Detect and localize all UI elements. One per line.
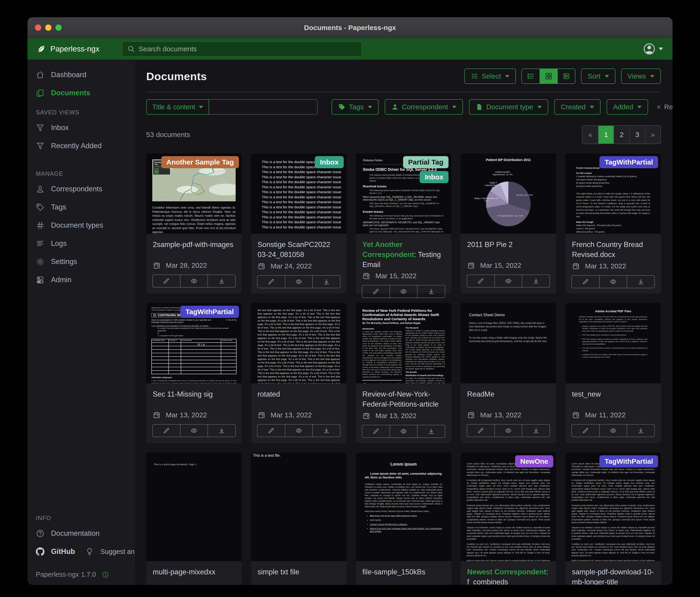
edit-document-button[interactable] bbox=[467, 424, 495, 437]
sidebar-item-tags[interactable]: Tags bbox=[27, 198, 134, 216]
document-title[interactable]: file-sample_150kBs bbox=[356, 561, 451, 579]
view-document-button[interactable] bbox=[600, 275, 627, 288]
document-title[interactable]: 2sample-pdf-with-images bbox=[146, 234, 242, 252]
sidebar-item-documentation[interactable]: Documentation bbox=[27, 524, 134, 543]
pagination-page-2[interactable]: 2 bbox=[614, 126, 629, 144]
download-document-button[interactable] bbox=[522, 274, 550, 288]
edit-document-button[interactable] bbox=[572, 275, 600, 288]
filter-added-dropdown[interactable]: Added bbox=[607, 99, 648, 115]
tag-badge[interactable]: Inbox bbox=[315, 156, 344, 168]
document-title[interactable]: Sonstige ScanPC2022 03-24_081058 bbox=[251, 234, 347, 262]
document-title[interactable]: Yet Another Correspondent: Testing Email bbox=[356, 234, 451, 272]
document-thumbnail[interactable]: This is a multi page document. Page 1. bbox=[146, 453, 242, 561]
document-correspondent-link[interactable]: Newest Correspondent bbox=[467, 568, 546, 576]
view-document-button[interactable] bbox=[180, 424, 208, 437]
view-document-button[interactable] bbox=[390, 285, 418, 298]
document-title[interactable]: simple txt file bbox=[251, 561, 347, 579]
sidebar-item-logs[interactable]: Logs bbox=[27, 234, 134, 253]
view-grid-button[interactable] bbox=[540, 69, 557, 83]
views-dropdown[interactable]: Views bbox=[621, 69, 661, 84]
tag-badge[interactable]: TagWithPartial bbox=[599, 455, 658, 468]
pagination-page-3[interactable]: 3 bbox=[629, 126, 645, 144]
document-title[interactable]: Review-of-New-York-Federal-Petitions-art… bbox=[356, 383, 451, 412]
document-thumbnail[interactable]: Contact Sheet DemoGiven a set of image f… bbox=[460, 303, 556, 383]
pagination-page-1[interactable]: 1 bbox=[598, 126, 614, 144]
global-search[interactable] bbox=[122, 41, 362, 57]
sidebar-item-correspondents[interactable]: Correspondents bbox=[27, 180, 134, 198]
filter-correspondent-dropdown[interactable]: Correspondent bbox=[385, 99, 463, 115]
download-document-button[interactable] bbox=[418, 285, 445, 298]
sidebar-item-document-types[interactable]: Document types bbox=[27, 216, 134, 234]
user-menu[interactable] bbox=[643, 42, 663, 55]
tag-badge[interactable]: TagWithPartial bbox=[180, 306, 239, 318]
view-details-button[interactable] bbox=[557, 69, 575, 83]
filter-document-type-dropdown[interactable]: Document type bbox=[469, 99, 548, 115]
edit-document-button[interactable] bbox=[467, 274, 495, 288]
tag-badge[interactable]: Inbox bbox=[420, 171, 449, 183]
sidebar-item-dashboard[interactable]: Dashboard bbox=[27, 66, 134, 84]
pagination-next[interactable]: » bbox=[645, 126, 660, 144]
tag-badge[interactable]: NewOne bbox=[515, 455, 553, 468]
document-thumbnail[interactable]: This is a test file. bbox=[251, 453, 347, 561]
download-document-button[interactable] bbox=[627, 275, 655, 288]
download-document-button[interactable] bbox=[208, 424, 236, 437]
edit-document-button[interactable] bbox=[257, 275, 285, 288]
edit-document-button[interactable] bbox=[152, 424, 180, 437]
view-list-button[interactable] bbox=[522, 69, 540, 83]
document-title[interactable]: French Country Bread Revised.docx bbox=[566, 234, 661, 262]
download-document-button[interactable] bbox=[313, 424, 341, 437]
pagination-prev[interactable]: « bbox=[582, 126, 598, 144]
edit-document-button[interactable] bbox=[572, 424, 600, 437]
document-thumbnail[interactable]: Review of New York Federal Petitions for… bbox=[356, 303, 451, 383]
tag-badge[interactable]: Partial Tag bbox=[403, 156, 449, 168]
search-input[interactable] bbox=[139, 45, 356, 53]
sidebar-item-documents[interactable]: Documents bbox=[27, 84, 134, 102]
filter-tags-dropdown[interactable]: Tags bbox=[332, 99, 378, 115]
tag-badge[interactable]: Another Sample Tag bbox=[161, 156, 239, 168]
sidebar-item-recently-added[interactable]: Recently Added bbox=[27, 137, 134, 155]
document-title[interactable]: Sec 11-Missing sig bbox=[146, 383, 242, 402]
download-document-button[interactable] bbox=[627, 424, 655, 437]
sidebar-item-inbox[interactable]: Inbox bbox=[27, 119, 134, 137]
document-title[interactable]: multi-page-mixedxx bbox=[146, 561, 242, 579]
select-dropdown[interactable]: Select bbox=[464, 69, 516, 84]
filter-field-dropdown[interactable]: Title & content bbox=[146, 99, 209, 115]
sidebar-item-github[interactable]: GitHub bbox=[27, 543, 75, 560]
edit-document-button[interactable] bbox=[152, 274, 180, 288]
document-thumbnail[interactable]: Lorem ipsum dolor sit amet, consectetur … bbox=[566, 453, 661, 561]
filter-created-dropdown[interactable]: Created bbox=[554, 99, 601, 115]
view-document-button[interactable] bbox=[285, 275, 313, 288]
view-document-button[interactable] bbox=[495, 424, 523, 437]
view-document-button[interactable] bbox=[600, 424, 627, 437]
edit-document-button[interactable] bbox=[257, 424, 285, 437]
edit-document-button[interactable] bbox=[362, 425, 390, 438]
download-document-button[interactable] bbox=[208, 274, 236, 288]
document-thumbnail[interactable]: Lorem ipsumLorem ipsum dolor sit amet, c… bbox=[356, 453, 451, 561]
document-thumbnail[interactable]: Patient BP Distribution 2011Isolated Sys… bbox=[460, 153, 556, 234]
sidebar-item-settings[interactable]: Settings bbox=[27, 253, 134, 271]
app-logo[interactable]: Paperless-ngx bbox=[37, 45, 99, 53]
reset-filters-button[interactable]: × Reset filters bbox=[656, 103, 673, 111]
document-thumbnail[interactable]: Adobe Acrobat PDF FilesAdobe® Portable D… bbox=[566, 303, 661, 383]
info-icon[interactable] bbox=[102, 571, 109, 578]
filter-text-input[interactable] bbox=[209, 99, 318, 115]
view-document-button[interactable] bbox=[180, 274, 208, 288]
document-thumbnail[interactable]: Lorem ipsum dolor sit amet, consectetur … bbox=[460, 453, 556, 561]
document-title[interactable]: test_new bbox=[566, 383, 661, 402]
document-correspondent-link[interactable]: Yet Another Correspondent bbox=[362, 240, 414, 259]
document-title[interactable]: Newest Correspondent: f_combineds bbox=[460, 561, 556, 585]
sidebar-item-admin[interactable]: Admin bbox=[27, 271, 134, 289]
view-document-button[interactable] bbox=[285, 424, 313, 437]
document-title[interactable]: rotated bbox=[251, 383, 347, 402]
document-title[interactable]: 2011 BP Pie 2 bbox=[460, 234, 556, 252]
view-document-button[interactable] bbox=[495, 274, 523, 288]
document-thumbnail[interactable]: the text that appears on the first page.… bbox=[251, 303, 347, 383]
download-document-button[interactable] bbox=[418, 425, 445, 438]
document-title[interactable]: sample-pdf-download-10-mb-longer-title bbox=[566, 561, 661, 585]
view-document-button[interactable] bbox=[390, 425, 418, 438]
tag-badge[interactable]: TagWithPartial bbox=[599, 156, 658, 168]
sort-dropdown[interactable]: Sort bbox=[581, 69, 615, 84]
document-title[interactable]: ReadMe bbox=[460, 383, 556, 402]
edit-document-button[interactable] bbox=[362, 285, 390, 298]
download-document-button[interactable] bbox=[313, 275, 341, 288]
